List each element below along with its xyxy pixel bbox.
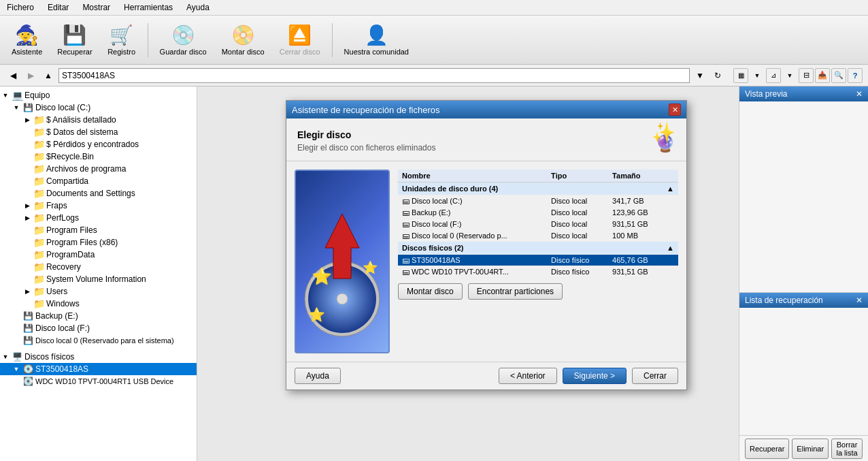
section-unidades-scroll[interactable]: ▲ xyxy=(663,182,678,195)
tree-item-documents[interactable]: 📁 Documents and Settings xyxy=(0,187,197,200)
wdc-icon: 💽 xyxy=(22,376,34,387)
preview-header: Vista previa ✕ xyxy=(739,86,868,101)
col-nombre: Nombre xyxy=(398,170,547,182)
datos-label: $ Datos del sistema xyxy=(45,127,118,137)
recuperar-button[interactable]: 💾 Recuperar xyxy=(51,20,98,59)
toolbar-separator-2 xyxy=(332,23,333,57)
asistente-button[interactable]: 🧙 Asistente xyxy=(5,20,48,59)
asistente-icon: 🧙 xyxy=(15,24,39,46)
recovery-list-close[interactable]: ✕ xyxy=(856,296,863,305)
montar-disco-dialog-button[interactable]: Montar disco xyxy=(398,283,463,300)
tree-item-archivos[interactable]: 📁 Archivos de programa xyxy=(0,163,197,175)
menu-herramientas[interactable]: Herramientas xyxy=(120,1,177,14)
toggle-discos-fisicos[interactable]: ▼ xyxy=(0,353,11,360)
preview-close[interactable]: ✕ xyxy=(856,89,863,99)
tree-item-disco-0[interactable]: 💾 Disco local 0 (Reservado para el siste… xyxy=(0,334,197,347)
eliminar-list-button[interactable]: Eliminar xyxy=(792,439,829,459)
toggle-users[interactable]: ▶ xyxy=(22,288,33,295)
tree-item-windows[interactable]: 📁 Windows xyxy=(0,298,197,310)
save-view-button[interactable]: ⊟ xyxy=(799,68,814,83)
toggle-st3500418as[interactable]: ▼ xyxy=(11,366,22,372)
cerrar-dialog-button[interactable]: Cerrar xyxy=(632,368,678,384)
address-dropdown[interactable]: ▼ xyxy=(692,68,707,83)
dialog-close-button[interactable]: ✕ xyxy=(669,104,681,116)
toggle-equipo[interactable]: ▼ xyxy=(0,92,11,99)
encontrar-particiones-button[interactable]: Encontrar particiones xyxy=(468,283,563,300)
recycle-label: $Recycle.Bin xyxy=(45,152,94,161)
siguiente-button[interactable]: Siguiente > xyxy=(563,368,627,384)
refresh-button[interactable]: ↻ xyxy=(710,68,725,83)
toggle-fraps[interactable]: ▶ xyxy=(22,202,33,209)
tree-item-analisis[interactable]: ▶ 📁 $ Análisis detallado xyxy=(0,114,197,126)
tree-item-recycle[interactable]: 📁 $Recycle.Bin xyxy=(0,150,197,163)
view-toggle-1[interactable]: ▦ xyxy=(733,68,748,83)
tree-item-recovery[interactable]: 📁 Recovery xyxy=(0,261,197,273)
toggle-perflogs[interactable]: ▶ xyxy=(22,214,33,221)
row-wdc-name: 🖴 WDC WD10 TPVT-00U4RT... xyxy=(398,266,547,278)
section-unidades: Unidades de disco duro (4) ▲ xyxy=(398,182,678,195)
tree-item-backup-e[interactable]: 💾 Backup (E:) xyxy=(0,310,197,322)
tree-item-perdidos[interactable]: 📁 $ Pérdidos y encontrados xyxy=(0,138,197,150)
address-input[interactable] xyxy=(59,68,690,83)
col-tamano: Tamaño xyxy=(608,170,663,182)
tree-item-users[interactable]: ▶ 📁 Users xyxy=(0,285,197,298)
anterior-button[interactable]: < Anterior xyxy=(499,368,557,384)
tree-item-compartida[interactable]: 📁 Compartida xyxy=(0,175,197,187)
tree-item-disco-f[interactable]: 💾 Disco local (F:) xyxy=(0,322,197,334)
guardar-disco-button[interactable]: 💿 Guardar disco xyxy=(154,20,213,59)
tree-item-datos-sistema[interactable]: 📁 $ Datos del sistema xyxy=(0,126,197,138)
registro-button[interactable]: 🛒 Registro xyxy=(101,20,142,59)
filter-button[interactable]: ⊿ xyxy=(766,68,781,83)
load-view-button[interactable]: 📥 xyxy=(815,68,830,83)
section-fisicos-scroll[interactable]: ▲ xyxy=(663,242,678,255)
table-row-st3500418as[interactable]: 🖴 ST3500418AS Disco físico 465,76 GB xyxy=(398,255,678,266)
pf-label: Program Files xyxy=(45,225,97,235)
table-row-disco-0[interactable]: 🖴 Disco local 0 (Reservado p... Disco lo… xyxy=(398,230,678,242)
menu-editar[interactable]: Editar xyxy=(44,1,73,14)
svi-label: System Volume Information xyxy=(45,274,146,284)
tree-item-st3500418as[interactable]: ▼ 💽 ST3500418AS xyxy=(0,363,197,375)
tree-item-system-volume[interactable]: 📁 System Volume Information xyxy=(0,273,197,285)
back-button[interactable]: ◀ xyxy=(5,68,20,83)
datos-icon: 📁 xyxy=(33,127,45,138)
recuperar-list-button[interactable]: Recuperar xyxy=(745,439,789,459)
comunidad-button[interactable]: 👤 Nuestra comunidad xyxy=(338,20,415,59)
forward-button[interactable]: ▶ xyxy=(23,68,38,83)
tree-item-programdata[interactable]: 📁 ProgramData xyxy=(0,249,197,261)
table-row-wdc[interactable]: 🖴 WDC WD10 TPVT-00U4RT... Disco físico 9… xyxy=(398,266,678,278)
toggle-disco-c[interactable]: ▼ xyxy=(11,104,22,111)
menu-mostrar[interactable]: Mostrar xyxy=(78,1,114,14)
cerrar-disco-button[interactable]: ⏏️ Cerrar disco xyxy=(273,20,327,59)
archivos-icon: 📁 xyxy=(33,163,45,174)
main-layout: ▼ 💻 Equipo ▼ 💾 Disco local (C:) ▶ 📁 $ An… xyxy=(0,86,868,461)
toggle-analisis[interactable]: ▶ xyxy=(22,116,33,123)
filter-dropdown[interactable]: ▼ xyxy=(782,68,797,83)
table-row-disco-c[interactable]: 🖴 Disco local (C:) Disco local 341,7 GB xyxy=(398,195,678,207)
svg-point-2 xyxy=(337,293,348,304)
table-row-disco-f[interactable]: 🖴 Disco local (F:) Disco local 931,51 GB xyxy=(398,219,678,230)
tree-item-perflogs[interactable]: ▶ 📁 PerfLogs xyxy=(0,212,197,224)
tree-item-disco-c[interactable]: ▼ 💾 Disco local (C:) xyxy=(0,101,197,114)
help-button[interactable]: ? xyxy=(848,68,863,83)
menu-fichero[interactable]: Fichero xyxy=(3,1,38,14)
borrar-lista-button[interactable]: Borrar la lista xyxy=(831,439,863,459)
table-row-backup-e[interactable]: 🖴 Backup (E:) Disco local 123,96 GB xyxy=(398,207,678,219)
svg-text:⭐: ⭐ xyxy=(308,306,325,323)
tree-item-wdc[interactable]: 💽 WDC WD10 TPVT-00U4RT1 USB Device xyxy=(0,375,197,387)
tree-item-equipo[interactable]: ▼ 💻 Equipo xyxy=(0,89,197,101)
search-button[interactable]: 🔍 xyxy=(831,68,846,83)
row-backup-e-size: 123,96 GB xyxy=(608,207,663,219)
montar-disco-button[interactable]: 📀 Montar disco xyxy=(216,20,271,59)
menubar: Fichero Editar Mostrar Herramientas Ayud… xyxy=(0,0,868,16)
ayuda-button[interactable]: Ayuda xyxy=(295,368,341,384)
tree-item-program-files-x86[interactable]: 📁 Program Files (x86) xyxy=(0,236,197,249)
perdidos-label: $ Pérdidos y encontrados xyxy=(45,140,139,149)
recuperar-label: Recuperar xyxy=(57,48,92,56)
tree-item-program-files[interactable]: 📁 Program Files xyxy=(0,224,197,236)
dialog-body: ⭐ ⭐ ⭐ Nombre Tipo Tamaño xyxy=(286,161,686,362)
view-toggle-dropdown[interactable]: ▼ xyxy=(750,68,765,83)
tree-item-fraps[interactable]: ▶ 📁 Fraps xyxy=(0,200,197,212)
menu-ayuda[interactable]: Ayuda xyxy=(182,1,214,14)
tree-item-discos-fisicos[interactable]: ▼ 🖥️ Discos físicos xyxy=(0,351,197,363)
up-button[interactable]: ▲ xyxy=(41,68,56,83)
